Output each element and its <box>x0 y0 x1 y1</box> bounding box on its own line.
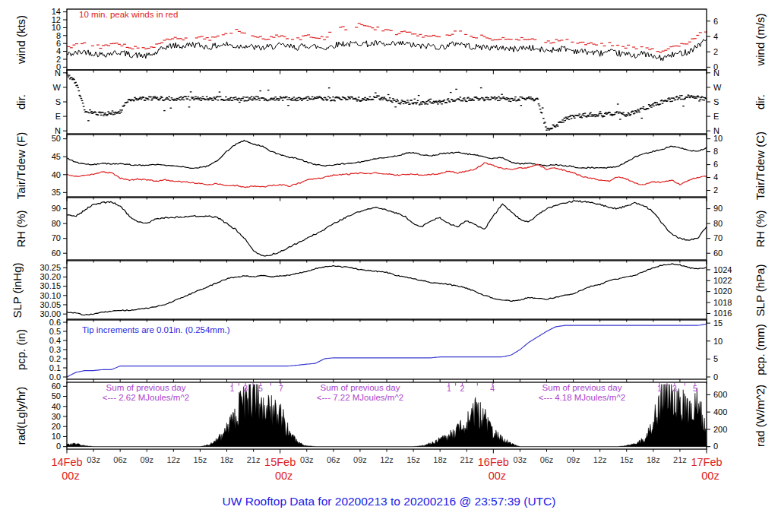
y-axis-label-slp-left: SLP (inHg) <box>11 262 24 318</box>
svg-text:S: S <box>713 97 719 106</box>
svg-text:21z: 21z <box>673 455 687 464</box>
svg-text:03z: 03z <box>300 455 314 464</box>
rad-sum-note-day2: Sum of previous day <--- 7.22 MJoules/m^… <box>317 383 403 403</box>
svg-text:30.10: 30.10 <box>40 291 61 300</box>
y-axis-label-wind-left: wind (kts) <box>14 15 27 64</box>
svg-text:70: 70 <box>52 233 61 242</box>
svg-text:90: 90 <box>52 204 61 213</box>
y-axis-label-slp-right: SLP (hPa) <box>754 264 767 317</box>
svg-text:8: 8 <box>56 31 61 40</box>
svg-text:20: 20 <box>52 422 61 431</box>
svg-text:E: E <box>713 112 719 121</box>
svg-text:60: 60 <box>52 382 61 391</box>
pcp-tip-note: Tip increments are 0.01in. (0.254mm.) <box>82 325 230 334</box>
svg-text:09z: 09z <box>567 455 580 464</box>
svg-text:1022: 1022 <box>713 276 732 285</box>
svg-text:0.6: 0.6 <box>49 318 61 327</box>
svg-text:15z: 15z <box>194 455 207 464</box>
svg-text:80: 80 <box>713 219 723 228</box>
svg-text:21z: 21z <box>247 455 261 464</box>
rad-sum-line1: Sum of previous day <box>317 383 403 393</box>
svg-text:00z: 00z <box>701 470 719 482</box>
svg-text:12: 12 <box>52 15 61 24</box>
svg-text:2: 2 <box>713 47 718 56</box>
y-axis-label-dir-left: dir. <box>14 94 27 109</box>
svg-text:12z: 12z <box>380 455 394 464</box>
y-axis-label-dir-right: dir. <box>754 94 767 109</box>
svg-text:60: 60 <box>713 249 723 258</box>
svg-text:W: W <box>53 83 62 92</box>
x-axis-labels: 03z06z09z12z15z18z21z03z06z09z12z15z18z2… <box>51 455 722 482</box>
panel-slp: 30.0030.0530.1030.1530.2030.251016101810… <box>40 261 732 324</box>
svg-text:5: 5 <box>713 354 718 363</box>
svg-text:2: 2 <box>56 55 61 64</box>
svg-text:6: 6 <box>56 39 61 48</box>
svg-text:03z: 03z <box>514 455 527 464</box>
svg-text:4: 4 <box>56 46 61 55</box>
svg-text:10: 10 <box>52 432 61 441</box>
svg-text:18z: 18z <box>220 455 234 464</box>
svg-text:40: 40 <box>52 170 61 179</box>
y-axis-label-rad-left: rad(Lgly/hr) <box>14 387 27 445</box>
svg-text:0.5: 0.5 <box>49 327 61 336</box>
rad-sum-line2: <--- 4.18 MJoules/m^2 <box>539 393 625 403</box>
svg-text:30.15: 30.15 <box>40 281 61 290</box>
y-axis-label-pcp-right: pcp. (mm) <box>754 324 767 375</box>
svg-text:30: 30 <box>52 412 61 421</box>
svg-text:0: 0 <box>713 372 718 382</box>
chart-title: UW Rooftop Data for 20200213 to 20200216… <box>0 495 778 508</box>
svg-text:45: 45 <box>52 152 61 161</box>
svg-text:400: 400 <box>713 407 727 416</box>
rad-sum-line1: Sum of previous day <box>539 383 625 393</box>
wind-peak-note: 10 min. peak winds in red <box>79 10 178 19</box>
panel-rh: 6070809060708090 <box>52 198 723 264</box>
svg-text:12z: 12z <box>166 455 180 464</box>
rad-sum-line2: <--- 2.62 MJoules/m^2 <box>103 393 189 403</box>
y-axis-label-pcp-left: pcp. (in) <box>14 329 27 370</box>
rad-sum-line1: Sum of previous day <box>103 383 189 393</box>
svg-text:2: 2 <box>713 185 718 195</box>
y-axis-label-wind-right: wind (m/s) <box>754 13 767 65</box>
svg-text:30.20: 30.20 <box>40 272 61 281</box>
svg-text:15Feb: 15Feb <box>264 456 296 468</box>
panel-dir: NESWNNESWN <box>53 68 722 138</box>
svg-text:10: 10 <box>713 337 723 346</box>
svg-text:70: 70 <box>713 233 723 242</box>
svg-text:N: N <box>55 68 61 78</box>
rad-sum-note-day1: Sum of previous day <--- 2.62 MJoules/m^… <box>103 383 189 403</box>
svg-text:09z: 09z <box>140 455 153 464</box>
svg-text:15z: 15z <box>620 455 634 464</box>
svg-text:0.2: 0.2 <box>49 354 61 363</box>
svg-text:12z: 12z <box>593 455 607 464</box>
svg-text:00z: 00z <box>489 470 506 482</box>
svg-text:6: 6 <box>713 160 718 169</box>
svg-text:60: 60 <box>52 249 61 258</box>
svg-text:S: S <box>55 97 61 106</box>
svg-text:40: 40 <box>52 402 61 411</box>
svg-text:10: 10 <box>52 23 61 32</box>
svg-text:21z: 21z <box>460 455 473 464</box>
svg-text:00z: 00z <box>62 470 79 482</box>
svg-text:80: 80 <box>52 219 61 228</box>
svg-text:15z: 15z <box>406 455 420 464</box>
svg-text:35: 35 <box>52 188 61 197</box>
svg-text:15: 15 <box>713 318 723 328</box>
svg-text:14Feb: 14Feb <box>51 456 82 468</box>
svg-text:14: 14 <box>52 7 61 16</box>
svg-text:4: 4 <box>713 32 718 41</box>
chart-area: 024681012140246NESWNNESWN354045502468106… <box>0 0 778 532</box>
svg-text:18z: 18z <box>433 455 447 464</box>
svg-text:0.0: 0.0 <box>49 372 61 382</box>
svg-text:N: N <box>713 68 719 78</box>
svg-text:1018: 1018 <box>713 298 732 307</box>
svg-text:0.4: 0.4 <box>49 336 61 345</box>
svg-text:0.3: 0.3 <box>49 345 61 354</box>
svg-text:200: 200 <box>713 425 727 434</box>
svg-text:10: 10 <box>713 134 723 143</box>
svg-text:0: 0 <box>713 442 718 451</box>
svg-text:600: 600 <box>713 390 727 399</box>
svg-text:06z: 06z <box>540 455 554 464</box>
svg-text:16Feb: 16Feb <box>478 456 509 468</box>
y-axis-label-temp-left: Tair/Tdew (F) <box>14 132 27 199</box>
svg-text:06z: 06z <box>327 455 340 464</box>
